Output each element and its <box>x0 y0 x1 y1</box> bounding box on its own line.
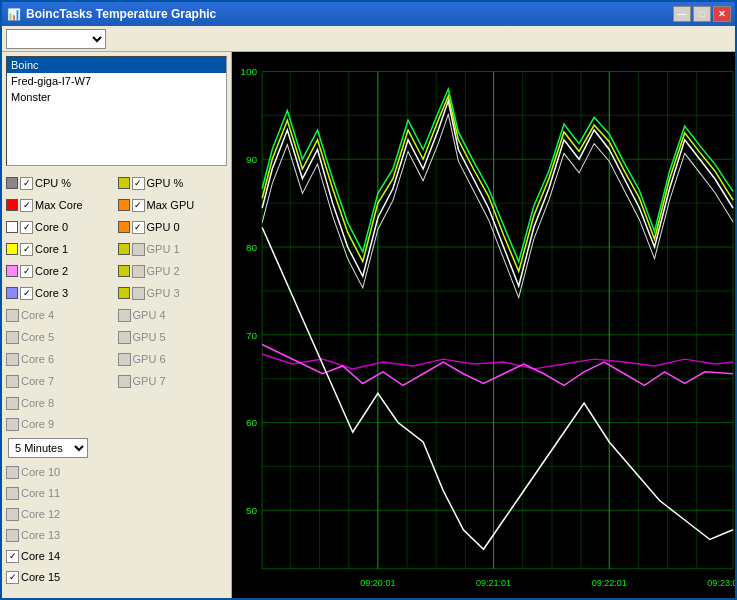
max-core-control: Max Core <box>6 195 116 215</box>
core12-checkbox[interactable] <box>6 508 19 521</box>
max-gpu-label: Max GPU <box>147 199 195 211</box>
core3-checkbox[interactable] <box>20 287 33 300</box>
gpu2-checkbox[interactable] <box>132 265 145 278</box>
time-select[interactable]: 5 Minutes 10 Minutes 30 Minutes 1 Hour 2… <box>8 438 88 458</box>
core8-checkbox[interactable] <box>6 397 19 410</box>
core4-label: Core 4 <box>21 309 54 321</box>
core2-color <box>6 265 18 277</box>
core4-checkbox[interactable] <box>6 309 19 322</box>
title-bar: 📊 BoincTasks Temperature Graphic — □ ✕ <box>2 2 735 26</box>
core14-control: Core 14 <box>6 546 227 566</box>
core15-control: Core 15 <box>6 567 227 587</box>
gpu3-label: GPU 3 <box>147 287 180 299</box>
core11-label: Core 11 <box>21 487 60 499</box>
gpu0-control: GPU 0 <box>118 217 228 237</box>
gpu4-label: GPU 4 <box>133 309 166 321</box>
gpu7-checkbox[interactable] <box>118 375 131 388</box>
core3-label: Core 3 <box>35 287 68 299</box>
core7-control: Core 7 <box>6 371 116 391</box>
main-area: Boinc Fred-giga-I7-W7 Monster CPU % <box>2 52 735 598</box>
core4-gpu4-row: Core 4 GPU 4 <box>6 304 227 326</box>
core1-label: Core 1 <box>35 243 68 255</box>
max-core-checkbox[interactable] <box>20 199 33 212</box>
svg-text:50: 50 <box>246 505 258 516</box>
core10-label: Core 10 <box>21 466 60 478</box>
host-item-boinc[interactable]: Boinc <box>7 57 226 73</box>
gpu2-control: GPU 2 <box>118 261 228 281</box>
core14-label: Core 14 <box>21 550 60 562</box>
core5-control: Core 5 <box>6 327 116 347</box>
core12-control: Core 12 <box>6 504 227 524</box>
gpu7-label: GPU 7 <box>133 375 166 387</box>
core10-checkbox[interactable] <box>6 466 19 479</box>
gpu2-label: GPU 2 <box>147 265 180 277</box>
gpu6-checkbox[interactable] <box>118 353 131 366</box>
gpu5-checkbox[interactable] <box>118 331 131 344</box>
host-item-fred[interactable]: Fred-giga-I7-W7 <box>7 73 226 89</box>
title-bar-left: 📊 BoincTasks Temperature Graphic <box>6 6 216 22</box>
svg-text:09:23:01: 09:23:01 <box>707 578 735 588</box>
svg-text:09:20:01: 09:20:01 <box>360 578 395 588</box>
gpu-pct-col: GPU % <box>118 172 228 194</box>
core14-checkbox[interactable] <box>6 550 19 563</box>
maximize-button[interactable]: □ <box>693 6 711 22</box>
gpu-pct-label: GPU % <box>147 177 184 189</box>
core3-color <box>6 287 18 299</box>
cpu-pct-checkbox[interactable] <box>20 177 33 190</box>
core9-label: Core 9 <box>21 418 54 430</box>
core11-checkbox[interactable] <box>6 487 19 500</box>
core13-control: Core 13 <box>6 525 227 545</box>
core3-gpu3-row: Core 3 GPU 3 <box>6 282 227 304</box>
gpu-pct-checkbox[interactable] <box>132 177 145 190</box>
core9-checkbox[interactable] <box>6 418 19 431</box>
core0-checkbox[interactable] <box>20 221 33 234</box>
core6-label: Core 6 <box>21 353 54 365</box>
core5-gpu5-row: Core 5 GPU 5 <box>6 326 227 348</box>
core7-checkbox[interactable] <box>6 375 19 388</box>
gpu4-checkbox[interactable] <box>118 309 131 322</box>
core15-checkbox[interactable] <box>6 571 19 584</box>
sidebar: Boinc Fred-giga-I7-W7 Monster CPU % <box>2 52 232 598</box>
minimize-button[interactable]: — <box>673 6 691 22</box>
core6-checkbox[interactable] <box>6 353 19 366</box>
gpu0-checkbox[interactable] <box>132 221 145 234</box>
core7-label: Core 7 <box>21 375 54 387</box>
core1-checkbox[interactable] <box>20 243 33 256</box>
max-gpu-control: Max GPU <box>118 195 228 215</box>
max-core-color <box>6 199 18 211</box>
cpu-gpu-pct-row: CPU % GPU % <box>6 172 227 194</box>
gpu1-checkbox[interactable] <box>132 243 145 256</box>
gpu-pct-color <box>118 177 130 189</box>
core12-label: Core 12 <box>21 508 60 520</box>
window-title: BoincTasks Temperature Graphic <box>26 7 216 21</box>
svg-text:100: 100 <box>240 67 257 78</box>
close-button[interactable]: ✕ <box>713 6 731 22</box>
host-item-monster[interactable]: Monster <box>7 89 226 105</box>
core1-control: Core 1 <box>6 239 116 259</box>
time-select-row: 5 Minutes 10 Minutes 30 Minutes 1 Hour 2… <box>8 438 225 458</box>
gpu7-control: GPU 7 <box>118 371 228 391</box>
core10-control: Core 10 <box>6 462 227 482</box>
max-core-label: Max Core <box>35 199 83 211</box>
core1-color <box>6 243 18 255</box>
svg-text:60: 60 <box>246 418 258 429</box>
core2-checkbox[interactable] <box>20 265 33 278</box>
gpu1-control: GPU 1 <box>118 239 228 259</box>
toolbar-dropdown[interactable] <box>6 29 106 49</box>
max-gpu-checkbox[interactable] <box>132 199 145 212</box>
window-controls: — □ ✕ <box>673 6 731 22</box>
gpu1-label: GPU 1 <box>147 243 180 255</box>
core6-gpu6-row: Core 6 GPU 6 <box>6 348 227 370</box>
gpu3-checkbox[interactable] <box>132 287 145 300</box>
gpu5-label: GPU 5 <box>133 331 166 343</box>
host-list[interactable]: Boinc Fred-giga-I7-W7 Monster <box>6 56 227 166</box>
cpu-pct-col: CPU % <box>6 172 116 194</box>
core9-control: Core 9 <box>6 414 227 434</box>
gpu0-label: GPU 0 <box>147 221 180 233</box>
app-icon: 📊 <box>6 6 22 22</box>
core7-gpu7-row: Core 7 GPU 7 <box>6 370 227 392</box>
core5-checkbox[interactable] <box>6 331 19 344</box>
max-row: Max Core Max GPU <box>6 194 227 216</box>
gpu0-color <box>118 221 130 233</box>
core13-checkbox[interactable] <box>6 529 19 542</box>
